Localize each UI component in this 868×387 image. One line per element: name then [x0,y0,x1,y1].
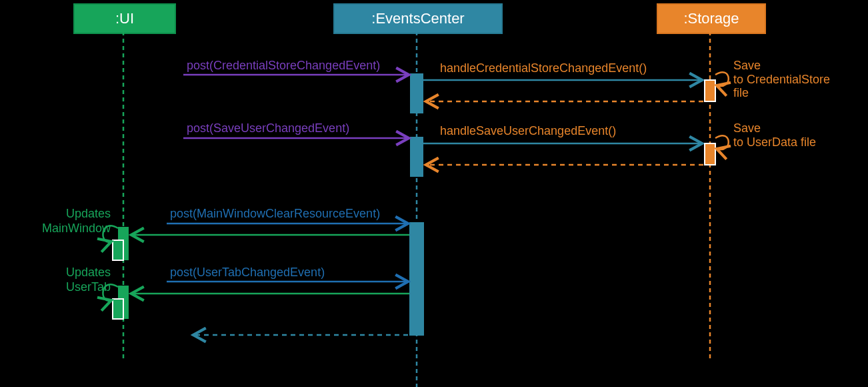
msg-handle-credential: handleCredentialStoreChangedEvent() [440,61,647,75]
participant-ui: :UI [73,3,176,34]
svg-rect-20 [118,286,129,319]
text: Save [733,121,761,135]
msg-post-saveuser: post(SaveUserChangedEvent) [187,121,349,135]
msg-post-usertab: post(UserTabChangedEvent) [170,266,325,280]
selfmsg-save-credential: Save to CredentialStore file [733,59,830,100]
text: file [733,86,749,99]
svg-rect-17 [113,240,123,260]
participant-events-label: :EventsCenter [371,10,464,27]
participant-storage: :Storage [657,3,766,34]
msg-handle-saveuser: handleSaveUserChangedEvent() [440,124,616,138]
participant-storage-label: :Storage [683,10,739,27]
svg-rect-3 [410,73,423,113]
svg-rect-8 [410,137,423,177]
text: to CredentialStore [733,73,830,86]
svg-rect-13 [409,222,424,336]
sequence-diagram: :UI :EventsCenter :Storage post(Credenti… [0,0,868,387]
text: Updates [66,266,111,279]
text: Save [733,59,761,72]
svg-rect-11 [705,143,715,165]
participant-ui-label: :UI [115,10,134,27]
msg-post-credential: post(CredentialStoreChangedEvent) [187,59,380,73]
selfmsg-updates-mainwindow: Updates MainWindow [24,207,111,236]
svg-rect-6 [705,80,715,101]
selfmsg-save-userdata: Save to UserData file [733,121,816,149]
text: UserTab [66,280,111,294]
svg-rect-16 [118,227,129,260]
svg-rect-21 [113,299,123,319]
text: Updates [66,207,111,220]
selfmsg-updates-usertab: Updates UserTab [24,266,111,294]
participant-events: :EventsCenter [333,3,503,34]
diagram-lines [0,0,868,387]
text: MainWindow [42,222,111,235]
msg-post-mainwindow: post(MainWindowClearResourceEvent) [170,207,380,221]
text: to UserData file [733,135,816,149]
